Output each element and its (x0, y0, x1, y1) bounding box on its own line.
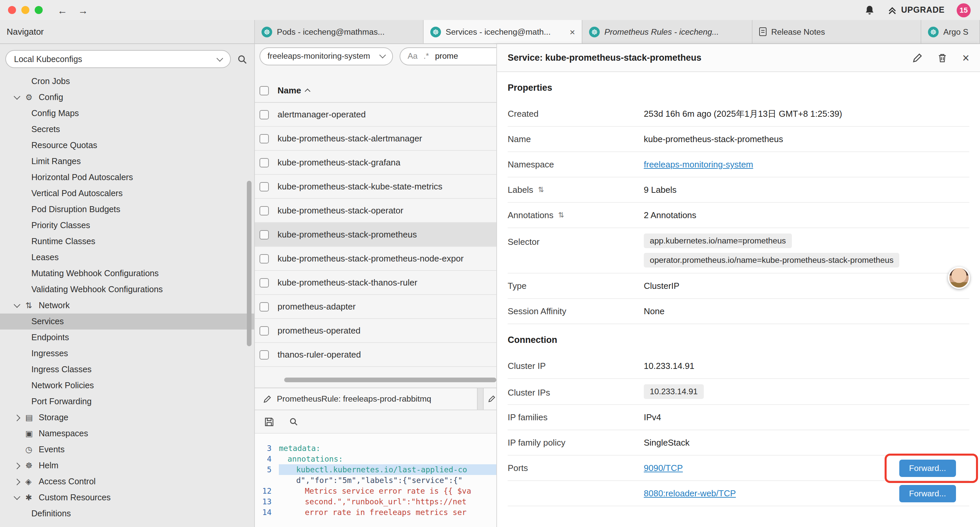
expand-toggle-icon[interactable]: ⇅ (538, 185, 544, 194)
editor-search-button[interactable] (289, 417, 298, 426)
tab-prometheus-rules-icecheng[interactable]: ☸Prometheus Rules - icecheng... (582, 20, 752, 43)
port-link[interactable]: 9090/TCP (644, 463, 683, 473)
delete-button[interactable] (938, 53, 948, 63)
dock-tab-partial[interactable] (483, 388, 496, 409)
sidebar-item-validating-webhook-configurations[interactable]: Validating Webhook Configurations (0, 282, 254, 298)
row-checkbox[interactable] (259, 278, 269, 287)
sidebar-item-config-maps[interactable]: Config Maps (0, 105, 254, 121)
upgrade-button[interactable]: UPGRADE (887, 5, 945, 15)
namespace-link[interactable]: freeleaps-monitoring-system (644, 159, 753, 169)
details-drawer: Service: kube-prometheus-stack-prometheu… (496, 44, 980, 527)
horizontal-scrollbar[interactable] (284, 377, 496, 382)
sidebar-item-storage[interactable]: ▤Storage (0, 409, 254, 426)
chevron-right-icon[interactable] (15, 463, 25, 468)
chevron-down-icon[interactable] (15, 496, 25, 499)
sidebar-search-button[interactable] (237, 54, 248, 64)
table-row-kube-prometheus-stack-kube-state-metrics[interactable]: kube-prometheus-stack-kube-state-metrics (255, 175, 496, 199)
sidebar-item-pod-disruption-budgets[interactable]: Pod Disruption Budgets (0, 201, 254, 218)
chevron-down-icon[interactable] (15, 304, 25, 307)
tab-argo-s[interactable]: ☸Argo S (921, 20, 980, 43)
sidebar-item-cron-jobs[interactable]: Cron Jobs (0, 73, 254, 89)
sidebar-item-helm[interactable]: ☸Helm (0, 458, 254, 474)
notifications-bell-icon[interactable] (864, 4, 875, 16)
row-checkbox[interactable] (259, 206, 269, 215)
table-row-kube-prometheus-stack-operator[interactable]: kube-prometheus-stack-operator (255, 199, 496, 223)
sidebar-item-leases[interactable]: Leases (0, 250, 254, 266)
sidebar-item-runtime-classes[interactable]: Runtime Classes (0, 234, 254, 250)
sidebar-item-vertical-pod-autoscalers[interactable]: Vertical Pod Autoscalers (0, 185, 254, 201)
close-tab-icon[interactable]: × (566, 26, 575, 37)
forward-button[interactable]: → (78, 4, 88, 16)
row-checkbox[interactable] (259, 158, 269, 167)
row-checkbox[interactable] (259, 134, 269, 143)
select-all-checkbox[interactable] (259, 86, 269, 96)
expand-toggle-icon[interactable]: ⇅ (558, 211, 564, 220)
sidebar-item-custom-resources[interactable]: ✱Custom Resources (0, 490, 254, 506)
sidebar-item-namespaces[interactable]: ▣Namespaces (0, 426, 254, 442)
sidebar-item-horizontal-pod-autoscalers[interactable]: Horizontal Pod Autoscalers (0, 169, 254, 185)
back-button[interactable]: ← (57, 4, 67, 16)
row-checkbox[interactable] (259, 230, 269, 239)
sidebar-item-ingresses[interactable]: Ingresses (0, 345, 254, 361)
sidebar-item-endpoints[interactable]: Endpoints (0, 330, 254, 345)
row-checkbox[interactable] (259, 326, 269, 335)
row-checkbox[interactable] (259, 182, 269, 191)
table-row-prometheus-operated[interactable]: prometheus-operated (255, 319, 496, 343)
close-window-button[interactable] (8, 6, 16, 14)
table-row-alertmanager-operated[interactable]: alertmanager-operated (255, 103, 496, 127)
tab-services-icecheng-math[interactable]: ☸Services - icecheng@math...× (424, 20, 582, 43)
dock-tab-prometheusrule[interactable]: PrometheusRule: freeleaps-prod-rabbitmq (255, 388, 478, 409)
sidebar-item-secrets[interactable]: Secrets (0, 121, 254, 137)
port-forward-button[interactable]: Forward... (899, 485, 956, 502)
table-row-prometheus-adapter[interactable]: prometheus-adapter (255, 295, 496, 319)
tab-pods-icecheng-mathmas[interactable]: ☸Pods - icecheng@mathmas... (255, 20, 424, 43)
row-checkbox[interactable] (259, 350, 269, 359)
code-line: 13second.","runbook_url":"https://net (255, 496, 496, 507)
table-row-kube-prometheus-stack-prometheus[interactable]: kube-prometheus-stack-prometheus (255, 223, 496, 247)
port-link[interactable]: 8080:reloader-web/TCP (644, 488, 736, 498)
table-row-kube-prometheus-stack-prometheus-node-expor[interactable]: kube-prometheus-stack-prometheus-node-ex… (255, 247, 496, 271)
sidebar-item-config[interactable]: ⚙Config (0, 89, 254, 105)
row-checkbox[interactable] (259, 110, 269, 119)
sidebar-scrollbar[interactable] (247, 181, 251, 346)
match-case-toggle[interactable]: Aa (407, 51, 418, 61)
sidebar-item-events[interactable]: ◷Events (0, 442, 254, 458)
sidebar-item-priority-classes[interactable]: Priority Classes (0, 218, 254, 234)
row-checkbox[interactable] (259, 302, 269, 311)
sidebar-item-services[interactable]: Services (0, 314, 254, 330)
sidebar-item-ingress-classes[interactable]: Ingress Classes (0, 361, 254, 377)
edit-button[interactable] (912, 53, 923, 63)
chevron-right-icon[interactable] (15, 415, 25, 420)
kubeconfig-selector[interactable]: Local Kubeconfigs (5, 50, 231, 68)
line-number: 12 (255, 486, 279, 496)
minimize-window-button[interactable] (21, 6, 29, 14)
sidebar-item-definitions[interactable]: Definitions (0, 506, 254, 522)
list-search-input[interactable]: Aa .* prome (399, 47, 496, 65)
tab-release-notes[interactable]: Release Notes (752, 20, 921, 43)
sidebar-item-resource-quotas[interactable]: Resource Quotas (0, 137, 254, 153)
notification-count-badge[interactable]: 15 (957, 3, 970, 17)
zoom-window-button[interactable] (35, 6, 43, 14)
name-column-header[interactable]: Name (277, 85, 310, 96)
yaml-editor[interactable]: 3metadata:4annotations:5kubectl.kubernet… (255, 434, 496, 527)
sidebar-item-network-policies[interactable]: Network Policies (0, 377, 254, 393)
row-checkbox[interactable] (259, 254, 269, 263)
sidebar-item-network[interactable]: ⇅Network (0, 298, 254, 314)
table-row-kube-prometheus-stack-grafana[interactable]: kube-prometheus-stack-grafana (255, 151, 496, 175)
sidebar-item-limit-ranges[interactable]: Limit Ranges (0, 153, 254, 169)
table-row-kube-prometheus-stack-thanos-ruler[interactable]: kube-prometheus-stack-thanos-ruler (255, 271, 496, 295)
chevron-right-icon[interactable] (15, 479, 25, 484)
user-avatar[interactable] (948, 267, 970, 289)
save-button[interactable] (264, 417, 274, 427)
close-drawer-button[interactable]: × (963, 52, 969, 64)
namespace-filter-select[interactable]: freeleaps-monitoring-system (259, 47, 393, 65)
sidebar-item-access-control[interactable]: ◈Access Control (0, 474, 254, 490)
detail-row-name: Namekube-prometheus-stack-prometheus (508, 127, 969, 152)
sidebar-item-port-forwarding[interactable]: Port Forwarding (0, 393, 254, 409)
port-forward-button[interactable]: Forward... (899, 459, 956, 477)
table-row-kube-prometheus-stack-alertmanager[interactable]: kube-prometheus-stack-alertmanager (255, 127, 496, 151)
table-row-thanos-ruler-operated[interactable]: thanos-ruler-operated (255, 343, 496, 367)
sidebar-item-mutating-webhook-configurations[interactable]: Mutating Webhook Configurations (0, 266, 254, 282)
regex-toggle[interactable]: .* (424, 51, 429, 61)
chevron-down-icon[interactable] (15, 96, 25, 99)
